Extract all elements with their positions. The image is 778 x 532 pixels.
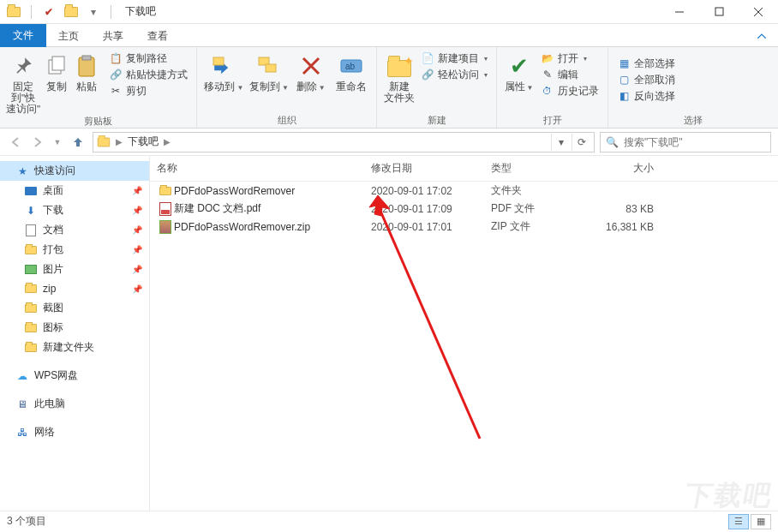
qat-dropdown-icon[interactable]: ▾ [85, 3, 102, 21]
sidebar-item-icons[interactable]: 图标 [0, 318, 149, 338]
nav-back-button[interactable] [7, 133, 26, 152]
svg-text:ab: ab [345, 62, 356, 71]
search-input[interactable] [622, 135, 765, 149]
sidebar-item-screenshot[interactable]: 截图 [0, 298, 149, 318]
monitor-icon: 🖥 [15, 398, 29, 411]
group-label-new: 新建 [377, 114, 496, 128]
tab-file[interactable]: 文件 [0, 24, 46, 47]
tab-home[interactable]: 主页 [46, 26, 91, 47]
file-name: 新建 DOC 文档.pdf [174, 201, 371, 216]
minimize-button[interactable] [660, 0, 699, 24]
group-label-select: 选择 [608, 114, 778, 128]
folder-icon [25, 284, 37, 293]
status-count: 3 个项目 [7, 514, 46, 529]
file-type: PDF 文件 [491, 201, 585, 216]
pin-quick-access-button[interactable]: 固定到"快 速访问" [5, 51, 41, 115]
sidebar-item-documents[interactable]: 文档📌 [0, 220, 149, 240]
sidebar-item-newfolder[interactable]: 新建文件夹 [0, 338, 149, 357]
pdf-icon [157, 202, 174, 216]
ribbon-help-icon[interactable] [752, 27, 771, 46]
sidebar-item-label: 图片 [43, 262, 63, 277]
sidebar-item-label: 文档 [43, 223, 63, 237]
view-details-button[interactable]: ☰ [728, 514, 749, 529]
sidebar-item-pictures[interactable]: 图片📌 [0, 260, 149, 279]
star-icon: ★ [15, 164, 29, 178]
view-icons-button[interactable]: ▦ [751, 514, 771, 529]
col-date[interactable]: 修改日期 [371, 161, 491, 176]
table-row[interactable]: PDFdoPassWordRemover.zip 2020-09-01 17:0… [150, 218, 778, 236]
folder-icon [157, 187, 174, 195]
ribbon-tabs: 文件 主页 共享 查看 [0, 24, 778, 46]
copy-button[interactable]: 复制 [43, 51, 70, 93]
sidebar-item-desktop[interactable]: 桌面📌 [0, 181, 149, 200]
cloud-icon: ☁ [15, 369, 29, 383]
window-controls [660, 0, 778, 24]
nav-history-dropdown[interactable]: ▼ [48, 133, 67, 152]
paste-shortcut-button[interactable]: 🔗粘贴快捷方式 [105, 67, 191, 82]
paste-button[interactable]: 粘贴 [73, 51, 100, 93]
col-name[interactable]: 名称 [157, 161, 371, 176]
sidebar: ★ 快速访问 桌面📌 ⬇下载📌 文档📌 打包📌 图片📌 zip📌 截图 图标 新… [0, 156, 150, 511]
table-row[interactable]: 新建 DOC 文档.pdf 2020-09-01 17:09 PDF 文件 83… [150, 200, 778, 218]
qat-properties-icon[interactable]: ✔ [40, 3, 57, 21]
folder-icon [25, 304, 37, 313]
nav-up-button[interactable] [69, 133, 87, 152]
easy-access-button[interactable]: 🔗轻松访问▾ [417, 67, 491, 82]
col-type[interactable]: 类型 [491, 161, 585, 176]
sidebar-item-wps[interactable]: ☁WPS网盘 [0, 366, 149, 386]
table-row[interactable]: PDFdoPassWordRemover 2020-09-01 17:02 文件… [150, 182, 778, 200]
svg-rect-8 [213, 57, 224, 65]
open-button[interactable]: 📂打开▾ [537, 51, 602, 66]
refresh-button[interactable]: ⟳ [572, 134, 590, 151]
svg-rect-1 [715, 8, 723, 15]
new-folder-button[interactable]: ✦ 新建 文件夹 [382, 51, 416, 104]
maximize-button[interactable] [699, 0, 739, 24]
move-to-button[interactable]: 移动到▼ [202, 51, 246, 93]
file-size: 83 KB [585, 203, 671, 215]
pin-icon: 📌 [132, 245, 142, 254]
cut-button[interactable]: ✂剪切 [105, 83, 191, 99]
network-icon: 🖧 [15, 426, 29, 439]
sidebar-item-quick-access[interactable]: ★ 快速访问 [0, 161, 149, 181]
sidebar-item-label: 网络 [34, 425, 55, 439]
ribbon: 固定到"快 速访问" 复制 粘贴 📋复制路径 🔗粘贴快捷方式 ✂剪切 剪贴板 移… [0, 46, 778, 129]
folder-icon [25, 324, 37, 332]
sidebar-item-network[interactable]: 🖧网络 [0, 422, 149, 442]
sidebar-item-zip[interactable]: zip📌 [0, 279, 149, 298]
rename-button[interactable]: ab 重命名 [331, 51, 371, 93]
select-all-button[interactable]: ▦全部选择 [613, 56, 679, 71]
edit-button[interactable]: ✎编辑 [537, 67, 602, 82]
file-name: PDFdoPassWordRemover [174, 185, 371, 197]
body: ★ 快速访问 桌面📌 ⬇下载📌 文档📌 打包📌 图片📌 zip📌 截图 图标 新… [0, 156, 778, 511]
copy-path-button[interactable]: 📋复制路径 [105, 51, 191, 66]
file-type: ZIP 文件 [491, 219, 585, 234]
sidebar-item-thispc[interactable]: 🖥此电脑 [0, 394, 149, 414]
breadcrumb-sep-icon[interactable]: ▶ [164, 137, 171, 146]
new-item-button[interactable]: 📄新建项目▾ [417, 51, 491, 66]
address-bar[interactable]: ▶ 下载吧 ▶ ▾ ⟳ [93, 132, 595, 152]
close-button[interactable] [739, 0, 778, 24]
nav-forward-button[interactable] [27, 133, 46, 152]
window-title: 下载吧 [125, 4, 156, 19]
sidebar-item-label: 快速访问 [34, 164, 75, 178]
history-button[interactable]: ⏱历史记录 [537, 83, 602, 99]
col-size[interactable]: 大小 [585, 161, 671, 176]
tab-view[interactable]: 查看 [135, 26, 180, 47]
status-bar: 3 个项目 ☰ ▦ [0, 511, 778, 531]
tab-share[interactable]: 共享 [91, 26, 135, 47]
file-name: PDFdoPassWordRemover.zip [174, 221, 371, 233]
search-icon: 🔍 [606, 136, 619, 148]
sidebar-item-downloads[interactable]: ⬇下载📌 [0, 200, 149, 220]
file-list-pane: 名称 修改日期 类型 大小 PDFdoPassWordRemover 2020-… [150, 156, 778, 511]
pin-icon: 📌 [132, 225, 142, 235]
invert-selection-button[interactable]: ◧反向选择 [613, 88, 679, 104]
search-box[interactable]: 🔍 [600, 132, 771, 152]
address-dropdown-button[interactable]: ▾ [551, 134, 570, 151]
delete-button[interactable]: 删除▼ [292, 51, 329, 93]
breadcrumb[interactable]: 下载吧 [128, 134, 159, 149]
breadcrumb-sep-icon[interactable]: ▶ [116, 137, 123, 146]
copy-to-button[interactable]: 复制到▼ [248, 51, 291, 93]
sidebar-item-pack[interactable]: 打包📌 [0, 240, 149, 260]
properties-button[interactable]: ✔ 属性▼ [502, 51, 536, 93]
select-none-button[interactable]: ▢全部取消 [613, 72, 679, 87]
